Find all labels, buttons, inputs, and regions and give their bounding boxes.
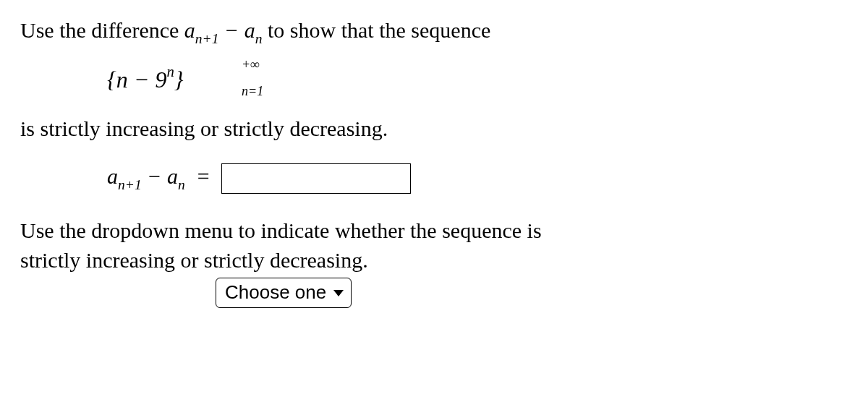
dropdown-selected-label: Choose one [225, 280, 326, 305]
prompt-line-2: is strictly increasing or strictly decre… [20, 114, 848, 144]
limit-lower: n=1 [242, 82, 263, 100]
text-pre: Use the difference [20, 18, 184, 42]
difference-expression: an+1 − an [184, 18, 263, 42]
difference-answer-input[interactable] [221, 163, 411, 194]
sequence-definition: {n − 9n} +∞ n=1 [107, 61, 184, 95]
chevron-down-icon [333, 290, 344, 296]
sequence-body: {n − 9n} [107, 67, 184, 93]
equation-lhs: an+1 − an = [107, 164, 210, 188]
instruction-line-1: Use the dropdown menu to indicate whethe… [20, 216, 848, 246]
instruction-line-2: strictly increasing or strictly decreasi… [20, 246, 848, 275]
prompt-line-1: Use the difference an+1 − an to show tha… [20, 16, 848, 48]
limit-upper: +∞ [242, 56, 260, 73]
text-post: to show that the sequence [263, 18, 491, 42]
monotonicity-dropdown[interactable]: Choose one [216, 278, 352, 307]
difference-equation-row: an+1 − an = [107, 162, 848, 194]
